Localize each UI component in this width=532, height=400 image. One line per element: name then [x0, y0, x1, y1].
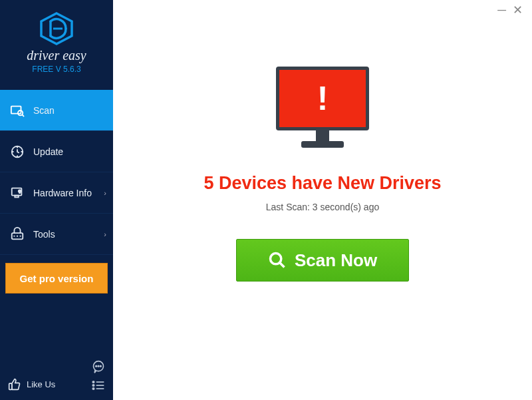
svg-point-19 — [100, 365, 102, 367]
scan-now-button[interactable]: Scan Now — [236, 239, 409, 282]
sidebar-item-tools[interactable]: Tools › — [0, 214, 113, 255]
sidebar-item-scan[interactable]: Scan — [0, 90, 113, 131]
scan-icon — [9, 102, 25, 118]
svg-line-27 — [279, 263, 284, 268]
close-button[interactable]: ✕ — [513, 3, 523, 17]
like-us-button[interactable]: Like Us — [8, 377, 55, 391]
svg-rect-15 — [9, 383, 12, 389]
minimize-button[interactable]: ─ — [497, 3, 506, 17]
svg-point-22 — [92, 385, 94, 387]
main-panel: ! 5 Devices have New Drivers Last Scan: … — [113, 0, 532, 400]
sidebar-item-hardware-info[interactable]: i Hardware Info › — [0, 172, 113, 214]
app-name: driver easy — [0, 48, 113, 63]
svg-point-26 — [270, 254, 281, 264]
chevron-right-icon: › — [104, 189, 106, 197]
like-us-label: Like Us — [27, 379, 55, 389]
alert-exclamation-icon: ! — [317, 79, 329, 118]
tools-icon — [9, 226, 25, 242]
sidebar-item-label: Tools — [33, 229, 55, 240]
alert-monitor-graphic: ! — [276, 67, 369, 153]
menu-icon[interactable] — [92, 380, 105, 391]
svg-point-20 — [92, 381, 94, 383]
chevron-right-icon: › — [104, 230, 106, 238]
svg-line-5 — [22, 114, 24, 116]
sidebar-item-label: Update — [33, 146, 63, 157]
get-pro-button[interactable]: Get pro version — [5, 263, 108, 294]
svg-point-18 — [98, 365, 99, 367]
thumbs-up-icon — [8, 377, 21, 391]
last-scan-label: Last Scan: 3 second(s) ago — [266, 202, 379, 212]
update-icon — [9, 144, 25, 160]
sidebar-item-update[interactable]: Update — [0, 131, 113, 172]
svg-point-24 — [92, 388, 94, 390]
nav: Scan Update i Hardware Inf — [0, 90, 113, 255]
svg-point-17 — [96, 365, 97, 367]
app-logo-icon — [37, 12, 76, 45]
logo-area: driver easy FREE V 5.6.3 — [0, 0, 113, 79]
svg-rect-8 — [15, 195, 18, 197]
sidebar-item-label: Hardware Info — [33, 188, 92, 198]
sidebar: driver easy FREE V 5.6.3 Scan U — [0, 0, 113, 400]
scan-now-label: Scan Now — [295, 250, 377, 271]
feedback-icon[interactable] — [92, 360, 105, 373]
get-pro-label: Get pro version — [20, 273, 94, 284]
svg-text:i: i — [19, 190, 20, 194]
svg-rect-3 — [11, 106, 21, 113]
app-version: FREE V 5.6.3 — [0, 65, 113, 74]
scan-result-headline: 5 Devices have New Drivers — [203, 173, 441, 194]
hardware-info-icon: i — [9, 185, 25, 201]
search-icon — [268, 251, 287, 270]
sidebar-item-label: Scan — [33, 105, 55, 116]
